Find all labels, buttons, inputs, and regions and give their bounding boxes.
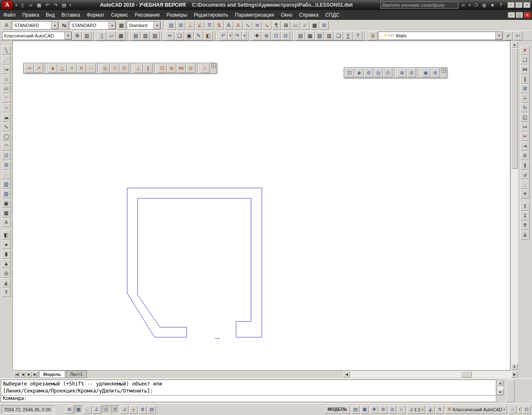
command-scrollbar[interactable]: ▲ ▼ xyxy=(497,380,504,395)
polygon-button[interactable]: ⌂ xyxy=(2,74,11,84)
quickcalc-button[interactable]: ∑ xyxy=(344,31,353,40)
search-button[interactable]: ∞ xyxy=(459,1,468,9)
break-button[interactable]: ∦ xyxy=(520,161,530,170)
menu-window[interactable]: Окно xyxy=(278,10,296,20)
snap-center-button[interactable]: ◎ xyxy=(101,64,110,73)
arc-button[interactable]: ◜ xyxy=(2,94,11,103)
command-history[interactable]: Выберите обрезаемый (+Shift -- удлиняемы… xyxy=(1,380,496,395)
zoom-toolbar[interactable]: ⊡◈⊘◎⊙ ⊕⊖ ◉⊛ × xyxy=(344,67,447,78)
layer-previous-button[interactable]: ↩ xyxy=(513,31,522,40)
sphere-button[interactable]: ● xyxy=(2,240,11,249)
command-window-grip[interactable] xyxy=(506,380,515,402)
close-button[interactable]: × xyxy=(523,2,530,8)
ellipse-arc-button[interactable]: ◠ xyxy=(2,141,11,151)
zoom-center-button[interactable]: ◎ xyxy=(374,68,383,77)
rectangle-button[interactable]: ▭ xyxy=(2,84,11,93)
menu-spds[interactable]: СПДС xyxy=(322,10,343,20)
break-at-point-button[interactable]: ⊘ xyxy=(520,151,530,160)
array-button[interactable]: ⊞ xyxy=(520,84,530,93)
box-button[interactable]: ◧ xyxy=(2,230,11,240)
rotate-button[interactable]: ↻ xyxy=(520,103,530,112)
horizontal-scrollbar-thumb[interactable] xyxy=(461,371,472,378)
markup-set-manager-button[interactable]: ❑ xyxy=(334,31,343,40)
scroll-down-icon[interactable]: ▼ xyxy=(511,363,518,370)
menu-dimension[interactable]: Размеры xyxy=(163,10,191,20)
menu-edit[interactable]: Правка xyxy=(19,10,43,20)
snap-tangent-button[interactable]: ⊙ xyxy=(120,64,129,73)
text-style-combo[interactable]: STANDARD ▾ xyxy=(12,21,59,30)
plot-button[interactable]: ▤ xyxy=(131,31,140,40)
redo-button[interactable]: ↷ xyxy=(233,31,242,40)
workspace-save-button[interactable]: ▥ xyxy=(82,31,91,40)
menu-tools[interactable]: Сервис xyxy=(108,10,131,20)
menu-insert[interactable]: Вставка xyxy=(58,10,84,20)
snap-intersection-button[interactable]: × xyxy=(67,64,76,73)
layer-on-icon[interactable]: ☼ xyxy=(379,33,383,38)
quick-view-drawings-button[interactable]: ▣ xyxy=(360,405,369,414)
snap-perpendicular-button[interactable]: ⊥ xyxy=(134,64,143,73)
zoom-window-tool-button[interactable]: ⊡ xyxy=(345,68,354,77)
explode-button[interactable]: ✳ xyxy=(520,189,530,198)
drawing-canvas[interactable]: ⊸↗ ∎△×✕⋯ ◎◇⊙ ⊥∥ ⊡⊚⋈⊘ ∩ × xyxy=(12,41,510,371)
undo-caret[interactable]: ▾ xyxy=(228,31,232,40)
workspace-caret[interactable]: ▾ xyxy=(64,32,71,40)
properties-button[interactable]: ▤ xyxy=(296,31,305,40)
undo-button[interactable]: ↶ xyxy=(219,31,228,40)
tab-layout1[interactable]: Лист1 xyxy=(66,371,87,378)
zoom-previous-button[interactable]: ⊟ xyxy=(281,31,290,40)
fillet-button[interactable]: ◞ xyxy=(520,180,530,189)
qp-toggle[interactable]: ▤ xyxy=(148,405,156,414)
zoom-dynamic-button[interactable]: ◈ xyxy=(355,68,364,77)
pan-status-button[interactable]: ✚ xyxy=(370,405,378,414)
quick-view-layouts-button[interactable]: ▤ xyxy=(351,405,360,414)
last-tab-button[interactable]: ▶| xyxy=(32,371,38,378)
spds-frame-button[interactable]: ▭ xyxy=(291,21,300,30)
spds-break-line-button[interactable]: ≋ xyxy=(253,21,262,30)
layer-freeze-icon[interactable]: ☀ xyxy=(384,33,387,38)
dim-style-caret[interactable]: ▾ xyxy=(108,22,116,29)
revcloud-button[interactable]: ☁ xyxy=(2,113,11,122)
zoom-status-button[interactable]: ⊕ xyxy=(379,405,387,414)
doc-close-button[interactable]: × xyxy=(524,12,531,18)
doc-minimize-button[interactable]: – xyxy=(508,12,515,18)
layer-control-caret[interactable]: ▾ xyxy=(495,32,502,40)
snap-quadrant-button[interactable]: ◇ xyxy=(110,64,119,73)
table-button[interactable]: ▦ xyxy=(2,208,11,217)
favorites-button[interactable]: ★ xyxy=(488,1,497,9)
command-input-line[interactable]: Команда: xyxy=(1,395,496,402)
vertical-scrollbar[interactable]: ▲ ▼ xyxy=(510,41,518,371)
text-style-caret[interactable]: ▾ xyxy=(51,22,58,29)
command-scroll-down-icon[interactable]: ▼ xyxy=(497,389,503,395)
first-tab-button[interactable]: |◀ xyxy=(14,371,20,378)
snap-node-button[interactable]: ⊚ xyxy=(167,64,176,73)
workspace-settings-button[interactable]: ⚙ xyxy=(73,31,82,40)
torus-button[interactable]: ◎ xyxy=(2,269,11,278)
send-to-back-button[interactable]: ↧ xyxy=(520,211,530,220)
text-style-button[interactable]: A xyxy=(2,21,11,30)
zoom-in-button[interactable]: ⊕ xyxy=(397,68,406,77)
designcenter-button[interactable]: ▦ xyxy=(305,31,315,40)
qat-new-button[interactable]: ▯ xyxy=(18,1,27,9)
cylinder-button[interactable]: ▮ xyxy=(2,249,11,259)
spds-sheet-format-button[interactable]: ▦ xyxy=(310,21,319,30)
layer-control[interactable]: ☼☀⊓□ Walls ▾ xyxy=(378,32,503,40)
polar-toggle[interactable]: ∠ xyxy=(93,405,101,414)
ducs-toggle[interactable]: ⊿ xyxy=(120,405,128,414)
maximize-button[interactable]: □ xyxy=(515,2,522,8)
table-style-combo[interactable]: Standard ▾ xyxy=(127,21,161,30)
region-button[interactable]: ▣ xyxy=(2,199,11,208)
bring-above-button[interactable]: ⇈ xyxy=(520,221,530,230)
offset-button[interactable]: ∥ xyxy=(520,74,530,84)
search-options-caret[interactable]: ▾ xyxy=(468,1,472,9)
hatch-button[interactable]: ▨ xyxy=(2,180,11,189)
circle-button[interactable]: ○ xyxy=(2,103,11,112)
scroll-right-icon[interactable]: ▶ xyxy=(511,371,518,378)
zoom-all-button[interactable]: ◉ xyxy=(421,68,430,77)
menu-modify[interactable]: Редактировать xyxy=(190,10,232,20)
zoom-toolbar-close-icon[interactable]: × xyxy=(441,68,446,73)
scroll-left-icon[interactable]: ◀ xyxy=(343,371,350,378)
sheet-set-manager-button[interactable]: ▨ xyxy=(325,31,334,40)
dim-style-button[interactable]: ↹ xyxy=(59,21,69,30)
spds-wavy-line-button[interactable]: ∿ xyxy=(243,21,252,30)
spds-settings-button[interactable]: ⚙ xyxy=(320,21,329,30)
